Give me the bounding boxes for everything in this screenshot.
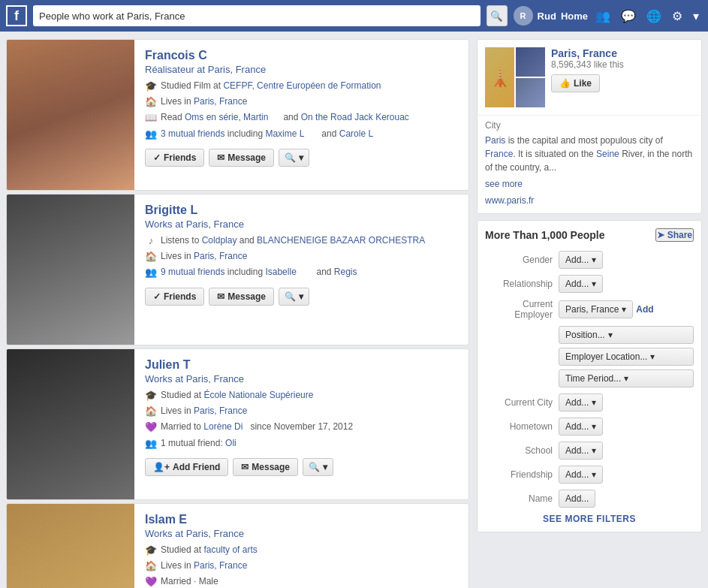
detail-text: Studied at École Nationale Supérieure — [161, 389, 313, 402]
chevron-down-icon: ▾ — [299, 152, 303, 163]
search-icon: 🔍 — [490, 11, 503, 22]
chevron-down-icon: ▾ — [650, 351, 655, 362]
person-detail: 🎓 Studied at faculty of arts — [145, 544, 458, 557]
avatar[interactable]: R — [514, 6, 533, 26]
person-name: Islam E — [145, 513, 458, 526]
check-icon: ✓ — [153, 291, 161, 302]
filter-label-hometown: Hometown — [485, 421, 553, 432]
friends-icon: 👥 — [145, 437, 157, 451]
chevron-down-icon: ▾ — [592, 279, 596, 289]
person-name: Francois C — [145, 49, 458, 62]
facebook-logo[interactable]: f — [6, 5, 27, 26]
message-icon: ✉ — [241, 462, 249, 472]
person-card: Brigitte L Works at Paris, France ♪ List… — [6, 194, 469, 345]
book-icon: 📖 — [145, 111, 157, 125]
heart-icon: 💜 — [145, 421, 157, 434]
person-detail: 🏠 Lives in Paris, France — [145, 559, 458, 573]
chevron-down-icon[interactable]: ▾ — [690, 9, 702, 23]
settings-icon[interactable]: ⚙ — [669, 9, 685, 23]
graduation-icon: 🎓 — [145, 80, 157, 93]
results-column: Francois C Réalisateur at Paris, France … — [6, 39, 469, 588]
thumbs-up-icon: 👍 — [559, 78, 571, 89]
person-detail: 📖 Read Oms en série, Martin and On the R… — [145, 111, 458, 125]
paris-photo-3 — [516, 78, 545, 107]
hometown-dropdown[interactable]: Add... ▾ — [559, 418, 603, 436]
see-more-link[interactable]: see more — [485, 179, 694, 189]
school-dropdown[interactable]: Add... ▾ — [559, 442, 603, 460]
position-dropdown[interactable]: Position... ▾ — [559, 326, 694, 344]
share-button[interactable]: ➤ Share — [655, 228, 694, 242]
paris-website-link[interactable]: www.paris.fr — [485, 195, 694, 206]
person-subtitle: Works at Paris, France — [145, 219, 458, 230]
paris-card-body: City Paris is the capital and most popul… — [478, 115, 701, 213]
like-button[interactable]: 👍 Like — [551, 74, 600, 92]
person-detail: 👥 9 mutual friends including Isabelle an… — [145, 266, 458, 279]
search-button[interactable]: 🔍 — [487, 5, 508, 26]
filter-label-employer: CurrentEmployer — [485, 299, 553, 320]
paris-card-header: 🗼 Paris, France 8,596,343 like this 👍 Li… — [478, 40, 701, 115]
chevron-down-icon: ▾ — [592, 421, 596, 432]
paris-description: Paris is the capital and most populous c… — [485, 134, 694, 174]
detail-text: Married · Male — [161, 575, 218, 588]
detail-text: 9 mutual friends including Isabelle and … — [161, 266, 357, 279]
person-detail: 🎓 Studied Film at CEFPF, Centre Européen… — [145, 80, 458, 93]
employer-dropdown[interactable]: Paris, France ▾ — [559, 300, 633, 318]
paris-page-name[interactable]: Paris, France — [551, 47, 694, 59]
current-city-dropdown[interactable]: Add... ▾ — [559, 394, 603, 412]
friends-icon[interactable]: 👥 — [592, 9, 613, 23]
globe-icon[interactable]: 🌐 — [643, 9, 664, 23]
person-info: Islam E Works at Paris, France 🎓 Studied… — [134, 504, 468, 588]
home-icon: 🏠 — [145, 95, 157, 109]
person-info: Francois C Réalisateur at Paris, France … — [134, 40, 468, 190]
add-friend-button[interactable]: 👤+ Add Friend — [145, 458, 228, 476]
time-period-dropdown[interactable]: Time Period... ▾ — [559, 369, 694, 387]
filter-controls-school: Add... ▾ — [559, 442, 603, 460]
filter-controls-relationship: Add... ▾ — [559, 275, 603, 293]
more-options-button[interactable]: 🔍 ▾ — [279, 288, 309, 306]
gender-dropdown[interactable]: Add... ▾ — [559, 251, 603, 269]
action-buttons: ✓ Friends ✉ Message 🔍 ▾ — [145, 288, 458, 306]
person-subtitle: Réalisateur at Paris, France — [145, 64, 458, 75]
chevron-down-icon: ▾ — [592, 397, 596, 408]
name-dropdown[interactable]: Add... — [559, 490, 595, 508]
top-navigation: f People who work at Paris, France 🔍 R R… — [0, 0, 708, 32]
relationship-dropdown[interactable]: Add... ▾ — [559, 275, 603, 293]
paris-likes-count: 8,596,343 like this — [551, 59, 694, 70]
filter-title: More Than 1,000 People — [485, 229, 605, 241]
filter-position-block: Position... ▾ Employer Location... ▾ Tim… — [559, 326, 694, 387]
add-friend-icon: 👤+ — [153, 462, 170, 472]
person-detail: 👥 1 mutual friend: Oli — [145, 437, 458, 451]
messages-icon[interactable]: 💬 — [618, 9, 639, 23]
search-icon: 🔍 — [285, 291, 296, 302]
home-icon: 🏠 — [145, 250, 157, 264]
person-detail: 🎓 Studied at École Nationale Supérieure — [145, 389, 458, 403]
friendship-dropdown[interactable]: Add... ▾ — [559, 466, 603, 484]
filter-label-current-city: Current City — [485, 397, 553, 408]
photo-overlay — [7, 504, 134, 588]
chevron-down-icon: ▾ — [592, 469, 596, 480]
filter-row-name: Name Add... — [485, 490, 694, 508]
friends-button[interactable]: ✓ Friends — [145, 288, 204, 306]
chevron-down-icon: ▾ — [622, 304, 626, 315]
nav-username[interactable]: Rud — [538, 11, 556, 22]
see-more-filters-link[interactable]: SEE MORE FILTERS — [485, 514, 694, 524]
filter-row-hometown: Hometown Add... ▾ — [485, 418, 694, 436]
more-options-button[interactable]: 🔍 ▾ — [279, 149, 309, 167]
message-button[interactable]: ✉ Message — [233, 458, 298, 476]
filter-card: More Than 1,000 People ➤ Share Gender Ad… — [477, 220, 702, 532]
employer-add-link[interactable]: Add — [636, 304, 653, 315]
search-input[interactable]: People who work at Paris, France — [33, 5, 481, 26]
person-info: Julien T Works at Paris, France 🎓 Studie… — [134, 349, 468, 499]
filter-row-employer: CurrentEmployer Paris, France ▾ Add — [485, 299, 694, 320]
message-button[interactable]: ✉ Message — [209, 149, 274, 167]
message-button[interactable]: ✉ Message — [209, 288, 274, 306]
friends-button[interactable]: ✓ Friends — [145, 149, 204, 167]
detail-text: Lives in Paris, France — [161, 250, 247, 263]
more-options-button[interactable]: 🔍 ▾ — [303, 458, 333, 476]
filter-label-school: School — [485, 445, 553, 456]
employer-location-dropdown[interactable]: Employer Location... ▾ — [559, 348, 694, 366]
action-buttons: ✓ Friends ✉ Message 🔍 ▾ — [145, 149, 458, 167]
filter-row-relationship: Relationship Add... ▾ — [485, 275, 694, 293]
nav-home-link[interactable]: Home — [561, 11, 588, 22]
person-name: Julien T — [145, 358, 458, 372]
